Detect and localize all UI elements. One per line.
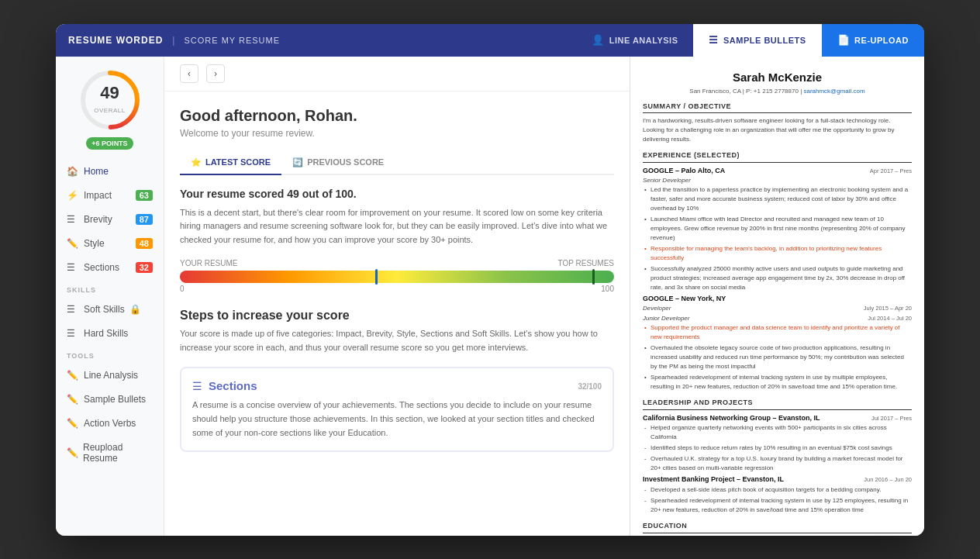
nav-tabs: 👤 LINE ANALYSIS ☰ SAMPLE BULLETS 📄 RE-UP… [576, 24, 924, 57]
resume-leadership-title: LEADERSHIP AND PROJECTS [643, 398, 912, 410]
resume-contact: San Francisco, CA | P: +1 215 2778870 | … [643, 87, 912, 95]
resume-bullet: Developed a sell-side ideas pitch book o… [643, 485, 912, 495]
sidebar-item-reupload[interactable]: ✏️ Reupload Resume [56, 436, 164, 470]
main-content: 49 OVERALL +6 POINTS 🏠 Home ⚡ Impact 63 … [56, 57, 924, 536]
steps-title: Steps to increase your score [180, 309, 614, 323]
skills-label: SKILLS [56, 280, 164, 297]
tab-line-analysis-label: LINE ANALYSIS [609, 36, 678, 45]
score-bar-gradient [180, 271, 614, 283]
sample-bullets-tool-icon: ✏️ [67, 394, 79, 405]
action-verbs-icon: ✏️ [67, 418, 79, 429]
home-icon: 🏠 [67, 166, 79, 177]
previous-score-icon: 🔄 [292, 157, 303, 167]
sidebar-item-hard-skills-label: Hard Skills [84, 328, 128, 339]
greeting-sub: Welcome to your resume review. [180, 128, 614, 139]
google-ny-header: GOOGLE – New York, NY [643, 294, 912, 304]
sidebar-item-style[interactable]: ✏️ Style 48 [56, 232, 164, 255]
google-ny-roles: Developer July 2015 – Apr 20 [643, 304, 912, 313]
score-number: 49 [94, 85, 125, 102]
sidebar-item-action-verbs[interactable]: ✏️ Action Verbs [56, 412, 164, 435]
line-analysis-icon: 👤 [592, 34, 605, 46]
nav-divider: | [172, 35, 174, 46]
section-card-header: ☰ Sections 32/100 [192, 379, 602, 392]
soft-skills-lock: 🔒 [129, 304, 141, 315]
section-card-desc: A resume is a concise overview of your a… [192, 399, 602, 440]
score-text: 49 OVERALL [94, 85, 125, 116]
style-score: 48 [136, 238, 153, 249]
tab-sample-bullets-label: SAMPLE BULLETS [723, 36, 806, 45]
section-card-title: Sections [209, 379, 257, 392]
resume-email[interactable]: sarahmck@gmail.com [803, 88, 864, 95]
greeting: Good afternoon, Rohan. [180, 107, 614, 125]
tab-previous-score[interactable]: 🔄 PREVIOUS SCORE [281, 151, 395, 175]
resume-bullet: Overhauled U.K. strategy for a top U.S. … [643, 454, 912, 473]
score-summary: Your resume scored 49 out of 100. [180, 188, 614, 200]
tab-sample-bullets[interactable]: ☰ SAMPLE BULLETS [693, 24, 821, 57]
sidebar-item-soft-skills[interactable]: ☰ Soft Skills 🔒 [56, 298, 164, 321]
sidebar-item-reupload-label: Reupload Resume [83, 442, 153, 464]
resume-bullet-highlight: Supported the product manager and data s… [643, 323, 912, 342]
resume-name: Sarah McKenzie [643, 69, 912, 85]
resume-bullet: Identified steps to reduce return rates … [643, 443, 912, 453]
ca-business-header: California Business Networking Group – E… [643, 413, 912, 423]
brand-name: RESUME WORDED [68, 35, 163, 46]
ca-business-company: California Business Networking Group – E… [643, 413, 820, 423]
steps-desc: Your score is made up of five categories… [180, 327, 614, 354]
nav-forward-button[interactable]: › [206, 64, 225, 83]
sidebar-item-home[interactable]: 🏠 Home [56, 160, 164, 183]
resume-bullet: Led the transition to a paperless practi… [643, 185, 912, 213]
sidebar-item-sections[interactable]: ☰ Sections 32 [56, 256, 164, 279]
tab-previous-score-label: PREVIOUS SCORE [307, 157, 384, 167]
sidebar-item-hard-skills[interactable]: ☰ Hard Skills [56, 322, 164, 345]
score-bar-wrapper [180, 271, 614, 283]
your-resume-label: YOUR RESUME [180, 259, 237, 267]
google-ny-company: GOOGLE – New York, NY [643, 294, 726, 304]
latest-score-icon: ⭐ [191, 157, 202, 167]
resume-panel: Sarah McKenzie San Francisco, CA | P: +1… [630, 57, 924, 536]
tab-re-upload[interactable]: 📄 RE-UPLOAD [822, 24, 924, 57]
tab-latest-score[interactable]: ⭐ LATEST SCORE [180, 151, 281, 175]
sidebar-item-style-label: Style [84, 238, 105, 249]
tab-line-analysis[interactable]: 👤 LINE ANALYSIS [576, 24, 693, 57]
your-resume-marker [375, 269, 378, 285]
score-circle: 49 OVERALL [79, 69, 141, 131]
tab-latest-score-label: LATEST SCORE [205, 157, 271, 167]
range-max: 100 [601, 285, 614, 293]
google-ny-role1: Developer [643, 304, 671, 312]
sidebar-item-brevity-label: Brevity [84, 214, 112, 225]
resume-summary-text: I'm a hardworking, results-driven softwa… [643, 116, 912, 144]
tab-re-upload-label: RE-UPLOAD [854, 36, 909, 45]
nav-score: SCORE MY RESUME [184, 36, 280, 45]
nav-brand: RESUME WORDED | SCORE MY RESUME [56, 35, 292, 46]
brevity-score: 87 [136, 214, 153, 225]
score-tabs: ⭐ LATEST SCORE 🔄 PREVIOUS SCORE [180, 151, 614, 175]
section-card: ☰ Sections 32/100 A resume is a concise … [180, 367, 614, 452]
google-pa-header: GOOGLE – Palo Alto, CA Apr 2017 – Pres [643, 166, 912, 176]
tools-label: TOOLS [56, 346, 164, 363]
google-pa-role: Senior Developer [643, 176, 912, 185]
section-card-score: 32/100 [578, 380, 602, 392]
resume-bullet: Spearheaded redevelopment of internal tr… [643, 496, 912, 515]
panel-header: ‹ › [164, 57, 630, 91]
sidebar-item-brevity[interactable]: ☰ Brevity 87 [56, 208, 164, 231]
sidebar-item-sample-bullets[interactable]: ✏️ Sample Bullets [56, 388, 164, 411]
sidebar-item-impact[interactable]: ⚡ Impact 63 [56, 184, 164, 207]
sidebar-item-line-analysis[interactable]: ✏️ Line Analysis [56, 364, 164, 387]
resume-bullet-highlight: Helped organize quarterly networking eve… [643, 423, 912, 442]
resume-bullet: Successfully analyzed 25000 monthly acti… [643, 264, 912, 292]
center-panel: ‹ › Good afternoon, Rohan. Welcome to yo… [164, 57, 630, 536]
nav-back-button[interactable]: ‹ [180, 64, 198, 83]
brevity-icon: ☰ [67, 214, 79, 225]
section-card-icon: ☰ [192, 380, 202, 392]
google-ny-roles2: Junior Developer Jul 2014 – Jul 20 [643, 314, 912, 323]
sidebar-item-soft-skills-label: Soft Skills [84, 304, 125, 315]
range-min: 0 [180, 285, 185, 293]
style-icon: ✏️ [67, 238, 79, 249]
reupload-icon: ✏️ [67, 447, 78, 458]
google-ny-dates1: July 2015 – Apr 20 [864, 305, 912, 313]
sections-score: 32 [136, 262, 153, 273]
top-resumes-marker [592, 269, 595, 285]
top-nav: RESUME WORDED | SCORE MY RESUME 👤 LINE A… [56, 24, 924, 57]
sidebar-item-sample-bullets-label: Sample Bullets [84, 394, 146, 405]
sidebar-nav: 🏠 Home ⚡ Impact 63 ☰ Brevity 87 ✏️ Style… [56, 159, 164, 471]
